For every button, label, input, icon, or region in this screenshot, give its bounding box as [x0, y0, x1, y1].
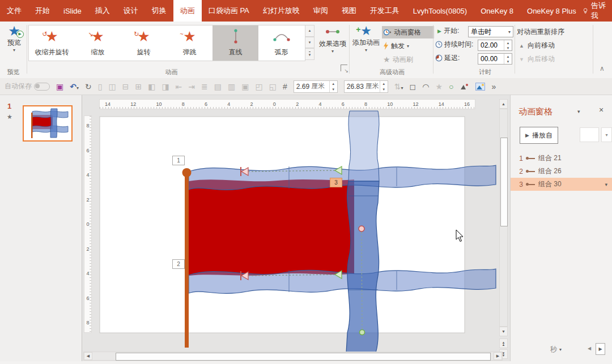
- undo-button[interactable]: ▾: [70, 82, 79, 91]
- scroll-down-button[interactable]: ▼: [499, 327, 508, 336]
- effect-options-button[interactable]: 效果选项 ▾: [317, 24, 348, 54]
- copy-object-button[interactable]: [269, 82, 277, 91]
- star-shape-button[interactable]: [435, 82, 443, 91]
- send-backward-button[interactable]: [256, 82, 263, 91]
- animation-painter-button[interactable]: 动画刷: [382, 53, 434, 66]
- save-button[interactable]: [56, 82, 63, 91]
- pane-close-icon[interactable]: ×: [599, 105, 604, 114]
- menu-tab[interactable]: 审阅: [307, 0, 335, 22]
- redo-button[interactable]: [85, 82, 92, 91]
- flagpole-shape[interactable]: [185, 173, 189, 348]
- collapse-ribbon-icon[interactable]: ∧: [600, 65, 605, 72]
- item-dropdown-icon[interactable]: [605, 182, 607, 187]
- format-painter-button[interactable]: [98, 82, 103, 91]
- seconds-dropdown[interactable]: 秒 ▾: [550, 345, 562, 354]
- start-combobox[interactable]: 单击时 ▾: [468, 26, 513, 37]
- red-flag-shape[interactable]: [189, 179, 354, 276]
- vertical-scroll-track[interactable]: [499, 109, 508, 327]
- swap-position-button[interactable]: [228, 82, 235, 91]
- animation-pane-button[interactable]: 动画窗格: [382, 26, 434, 38]
- animation-list-item[interactable]: 1 组合 21: [511, 152, 612, 165]
- slide-1-thumbnail[interactable]: [23, 105, 73, 142]
- undo-dropdown-icon[interactable]: ▾: [76, 85, 79, 91]
- oval-shape-button[interactable]: [449, 82, 453, 91]
- timeline-scroll-left-icon[interactable]: [588, 346, 591, 351]
- more-commands-button[interactable]: [491, 82, 496, 91]
- autosave-toggle[interactable]: 自动保存: [5, 82, 50, 91]
- menu-tab[interactable]: 视图: [335, 0, 363, 22]
- distribute-horizontal-button[interactable]: [135, 82, 142, 91]
- menu-tab[interactable]: LvyhTools(0805): [406, 0, 474, 22]
- effect-options-dropdown-icon[interactable]: ▾: [332, 49, 334, 54]
- pane-dropdown-icon[interactable]: ▾: [577, 109, 580, 114]
- add-animation-button[interactable]: + 添加动画 ▾: [351, 24, 381, 53]
- motion-path-3-start-dot[interactable]: [359, 226, 364, 232]
- scroll-up-button[interactable]: ▲: [499, 99, 508, 109]
- align-center-horizontal-button[interactable]: [108, 82, 116, 91]
- timeline-scroll-right-icon[interactable]: [596, 343, 605, 355]
- insert-picture-button[interactable]: [475, 83, 485, 91]
- gallery-item-spin[interactable]: ↻ 旋转: [121, 25, 167, 61]
- shape-height-field[interactable]: 2.69厘米: [294, 80, 338, 93]
- delay-up-icon[interactable]: [504, 54, 512, 59]
- pane-toolbar-button[interactable]: [580, 127, 599, 142]
- gallery-item-bounce[interactable]: ~ 弹跳: [167, 25, 212, 61]
- width-down-icon[interactable]: [380, 87, 388, 92]
- bring-forward-button[interactable]: [241, 82, 249, 91]
- animation-list-item[interactable]: 3 组合 30: [511, 178, 612, 191]
- menu-tab[interactable]: 开发工具: [363, 0, 406, 22]
- horizontal-scroll-thumb[interactable]: [116, 353, 491, 361]
- tell-me-button[interactable]: 告诉我: [583, 1, 606, 21]
- align-left-button[interactable]: [148, 82, 155, 91]
- trigger-dropdown-icon[interactable]: ▾: [407, 44, 409, 49]
- menu-tab[interactable]: 切换: [145, 0, 173, 22]
- preview-dropdown-icon[interactable]: ▾: [13, 48, 15, 53]
- menu-tab[interactable]: 设计: [117, 0, 145, 22]
- gallery-more-button[interactable]: [305, 48, 314, 60]
- duration-up-icon[interactable]: [504, 40, 512, 45]
- align-middle-vertical-button[interactable]: [122, 82, 129, 91]
- menu-tab[interactable]: OneKey 8 Plus: [520, 0, 583, 22]
- width-up-icon[interactable]: [380, 81, 388, 87]
- horizontal-scrollbar[interactable]: ◀ ▶: [83, 352, 503, 361]
- animation-list-item[interactable]: 2 组合 26: [511, 165, 612, 178]
- gallery-scroll-up[interactable]: [305, 25, 314, 37]
- swap-size-button[interactable]: [214, 82, 222, 91]
- ribbon-vertical[interactable]: [346, 181, 379, 353]
- gallery-item-zoom[interactable]: ↘ 缩放: [75, 25, 121, 61]
- menu-tab[interactable]: 开始: [28, 0, 57, 22]
- rotate-button[interactable]: ▾: [394, 82, 403, 91]
- rotate-dropdown-icon[interactable]: ▾: [401, 85, 403, 91]
- menu-tab[interactable]: 文件: [0, 0, 28, 22]
- ribbon-vertical-ghost[interactable]: [348, 111, 379, 181]
- height-down-icon[interactable]: [330, 87, 337, 92]
- add-animation-dropdown-icon[interactable]: ▾: [365, 48, 367, 53]
- duration-spinner[interactable]: 02.00: [478, 40, 512, 51]
- animation-tag-2[interactable]: 2: [172, 259, 185, 269]
- align-top-button[interactable]: [176, 82, 182, 91]
- menu-tab[interactable]: 幻灯片放映: [256, 0, 307, 22]
- previous-slide-button[interactable]: [499, 339, 508, 348]
- menu-tab[interactable]: 口袋动画 PA: [202, 0, 256, 22]
- gallery-item-line-path[interactable]: 直线: [212, 25, 258, 61]
- delay-down-icon[interactable]: [504, 59, 512, 64]
- vertical-scrollbar[interactable]: ▲ ▼: [499, 99, 508, 361]
- gallery-item-arc-path[interactable]: 弧形: [258, 25, 304, 61]
- animation-tag-1[interactable]: 1: [172, 156, 185, 165]
- scroll-right-button[interactable]: ▶: [494, 352, 502, 360]
- delay-spinner[interactable]: 00.00: [478, 53, 512, 65]
- menu-tab[interactable]: OneKey 8: [474, 0, 520, 22]
- move-later-button[interactable]: ▼ 向后移动: [519, 54, 555, 64]
- play-from-button[interactable]: ▶ 播放自: [520, 127, 558, 144]
- menu-tab[interactable]: 插入: [88, 0, 117, 22]
- height-up-icon[interactable]: [330, 81, 337, 87]
- move-earlier-button[interactable]: ▲ 向前移动: [519, 41, 555, 50]
- preview-button[interactable]: 预览 ▾: [2, 24, 26, 53]
- trigger-button[interactable]: 触发 ▾: [382, 40, 434, 52]
- gallery-item-shrink-turn[interactable]: ↺ 收缩并旋转: [29, 25, 75, 61]
- grid-settings-button[interactable]: [283, 82, 287, 91]
- animation-dialog-launcher[interactable]: [341, 65, 347, 71]
- animation-indicator-star-icon[interactable]: [7, 113, 12, 121]
- pane-toolbar-dropdown[interactable]: ▾: [601, 127, 612, 142]
- select-objects-button[interactable]: [410, 82, 416, 91]
